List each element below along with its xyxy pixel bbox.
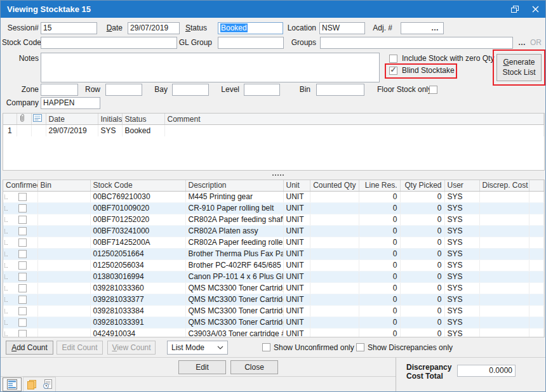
counted-qty-cell[interactable] — [310, 294, 359, 305]
groups-browse-button[interactable]: … — [518, 38, 526, 47]
counted-qty-cell[interactable] — [310, 305, 359, 317]
discrep-cost-cell[interactable] — [479, 328, 529, 337]
user-cell[interactable]: SYS — [444, 214, 479, 225]
show-unconfirmed-checkbox[interactable] — [262, 343, 270, 351]
table-row[interactable]: 00BF703241000 CR802A Platen assy UNIT 0 … — [3, 225, 544, 237]
discrep-cost-column-header[interactable]: Discrep. Cost — [479, 180, 529, 191]
discrepancy-cost-total-field[interactable]: 0.0000 — [457, 365, 516, 377]
floor-stock-only-checkbox[interactable] — [429, 86, 437, 94]
line-res-cell[interactable]: 0 — [359, 225, 400, 237]
counted-qty-cell[interactable] — [310, 214, 359, 225]
confirmed-checkbox[interactable] — [18, 216, 27, 224]
qty-picked-column-header[interactable]: Qty Picked — [400, 180, 444, 191]
bin-cell[interactable] — [37, 237, 90, 248]
company-field[interactable]: HAPPEN — [41, 97, 100, 109]
discrep-cost-cell[interactable] — [479, 248, 529, 259]
bin-cell[interactable] — [37, 305, 90, 317]
user-cell[interactable]: SYS — [444, 237, 479, 248]
counted-qty-column-header[interactable]: Counted Qty — [310, 180, 359, 191]
counted-qty-cell[interactable] — [310, 191, 359, 202]
qty-picked-cell[interactable]: 0 — [400, 328, 444, 337]
unit-cell[interactable]: UNIT — [283, 282, 310, 294]
description-cell[interactable]: CR802A Paper feeding shaft hol — [185, 214, 283, 225]
line-res-cell[interactable]: 0 — [359, 294, 400, 305]
discrep-cost-cell[interactable] — [479, 202, 529, 214]
user-cell[interactable]: SYS — [444, 225, 479, 237]
discrep-cost-cell[interactable] — [479, 225, 529, 237]
close-button-footer[interactable]: Close — [230, 360, 278, 374]
session-date-cell[interactable]: 29/07/2019 — [46, 125, 98, 136]
description-cell[interactable]: QMS MC3300 Toner Cartridge M — [185, 305, 283, 317]
status-field[interactable]: Booked — [218, 22, 283, 34]
stock-code-cell[interactable]: 039281033391 — [90, 317, 185, 328]
description-cell[interactable]: Brother Therma Plus Fax Paper — [185, 248, 283, 259]
confirmed-cell[interactable] — [8, 282, 37, 294]
unit-cell[interactable]: UNIT — [283, 248, 310, 259]
confirmed-cell[interactable] — [8, 202, 37, 214]
line-res-cell[interactable]: 0 — [359, 248, 400, 259]
note-column-header[interactable] — [31, 114, 46, 125]
bin-field[interactable] — [316, 84, 364, 96]
stock-code-cell[interactable]: 0424910034 — [90, 328, 185, 337]
confirmed-cell[interactable] — [8, 317, 37, 328]
qty-picked-cell[interactable]: 0 — [400, 271, 444, 282]
table-row[interactable]: 013803016994 Canon PP-101 4 x 6 Plus Glo… — [3, 271, 544, 282]
qty-picked-cell[interactable]: 0 — [400, 248, 444, 259]
description-cell[interactable]: CR802A Paper feeding roller ass — [185, 237, 283, 248]
user-cell[interactable]: SYS — [444, 294, 479, 305]
table-row[interactable]: 00BF701252020 CR802A Paper feeding shaft… — [3, 214, 544, 225]
blind-stocktake-checkbox[interactable] — [389, 67, 397, 75]
stock-code-cell[interactable]: 039281033360 — [90, 282, 185, 294]
bin-cell[interactable] — [37, 225, 90, 237]
gl-group-field[interactable] — [218, 37, 284, 49]
unit-cell[interactable]: UNIT — [283, 305, 310, 317]
description-column-header[interactable]: Description — [185, 180, 283, 191]
qty-picked-cell[interactable]: 0 — [400, 305, 444, 317]
description-cell[interactable]: CR802A Platen assy — [185, 225, 283, 237]
show-discrepancies-checkbox[interactable] — [356, 343, 364, 351]
discrep-cost-cell[interactable] — [479, 237, 529, 248]
user-cell[interactable]: SYS — [444, 282, 479, 294]
user-cell[interactable]: SYS — [444, 248, 479, 259]
unit-cell[interactable]: UNIT — [283, 214, 310, 225]
table-row[interactable]: 00BF71425200A CR802A Paper feeding rolle… — [3, 237, 544, 248]
line-res-cell[interactable]: 0 — [359, 328, 400, 337]
stock-code-cell[interactable]: 013803016994 — [90, 271, 185, 282]
discrep-cost-cell[interactable] — [479, 271, 529, 282]
unit-cell[interactable]: UNIT — [283, 328, 310, 337]
table-row[interactable]: 012502051664 Brother Therma Plus Fax Pap… — [3, 248, 544, 259]
unit-cell[interactable]: UNIT — [283, 202, 310, 214]
confirmed-checkbox[interactable] — [18, 204, 27, 212]
counted-qty-cell[interactable] — [310, 328, 359, 337]
unit-column-header[interactable]: Unit — [283, 180, 310, 191]
description-cell[interactable]: CR-910 Paper rolling belt — [185, 202, 283, 214]
stock-code-column-header[interactable]: Stock Code — [90, 180, 185, 191]
stock-code-cell[interactable]: 00BF701252020 — [90, 214, 185, 225]
discrep-cost-cell[interactable] — [479, 282, 529, 294]
user-cell[interactable]: SYS — [444, 259, 479, 271]
stock-code-cell[interactable]: 012502051664 — [90, 248, 185, 259]
session-row[interactable]: 1 29/07/2019 SYS Booked — [3, 125, 544, 136]
counted-qty-cell[interactable] — [310, 248, 359, 259]
confirmed-cell[interactable] — [8, 328, 37, 337]
line-res-cell[interactable]: 0 — [359, 237, 400, 248]
notes-field[interactable] — [41, 53, 380, 82]
line-res-cell[interactable]: 0 — [359, 191, 400, 202]
confirmed-cell[interactable] — [8, 237, 37, 248]
confirmed-checkbox[interactable] — [18, 238, 27, 247]
groups-field[interactable] — [320, 37, 513, 49]
bay-field[interactable] — [172, 84, 209, 96]
user-cell[interactable]: SYS — [444, 191, 479, 202]
qty-picked-cell[interactable]: 0 — [400, 191, 444, 202]
bin-cell[interactable] — [37, 202, 90, 214]
line-res-cell[interactable]: 0 — [359, 271, 400, 282]
confirmed-column-header[interactable]: Confirmed — [3, 180, 37, 191]
user-cell[interactable]: SYS — [444, 328, 479, 337]
user-cell[interactable]: SYS — [444, 271, 479, 282]
discrep-cost-cell[interactable] — [479, 317, 529, 328]
line-res-cell[interactable]: 0 — [359, 282, 400, 294]
description-cell[interactable]: QMS MC3300 Toner Cartridge C — [185, 317, 283, 328]
unit-cell[interactable]: UNIT — [283, 317, 310, 328]
unit-cell[interactable]: UNIT — [283, 237, 310, 248]
user-cell[interactable]: SYS — [444, 317, 479, 328]
